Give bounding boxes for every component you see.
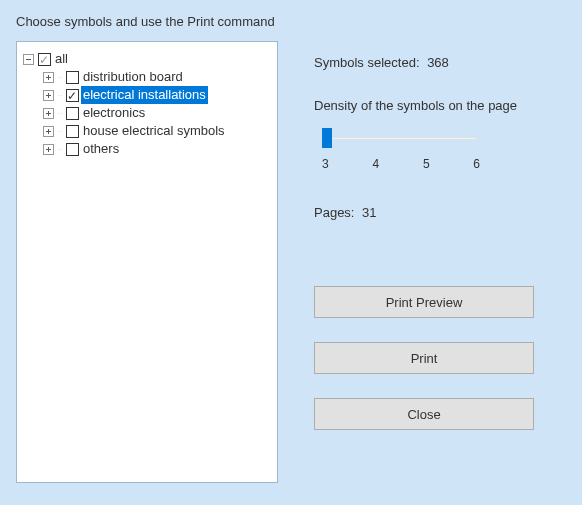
tree-connector: ··: [58, 68, 64, 86]
tree-node[interactable]: ·· distribution board: [43, 68, 271, 86]
close-button[interactable]: Close: [314, 398, 534, 430]
tick-label: 4: [372, 157, 379, 171]
tick-label: 6: [473, 157, 480, 171]
tree-connector: ··: [58, 86, 64, 104]
tree-connector: ··: [58, 122, 64, 140]
slider-ticks: 3 4 5 6: [322, 157, 480, 171]
tree-label[interactable]: distribution board: [81, 68, 185, 86]
symbols-selected: Symbols selected: 368: [314, 55, 566, 70]
checkbox[interactable]: [66, 107, 79, 120]
tree-node[interactable]: ·· house electrical symbols: [43, 122, 271, 140]
symbols-selected-label: Symbols selected:: [314, 55, 420, 70]
checkbox[interactable]: [66, 89, 79, 102]
expand-icon[interactable]: [23, 54, 34, 65]
symbols-selected-value: 368: [427, 55, 449, 70]
checkbox-all[interactable]: [38, 53, 51, 66]
expand-icon[interactable]: [43, 108, 54, 119]
tree-label[interactable]: all: [53, 50, 70, 68]
print-preview-button[interactable]: Print Preview: [314, 286, 534, 318]
slider-track: [326, 137, 476, 139]
tree-label[interactable]: others: [81, 140, 121, 158]
tree-connector: ··: [58, 104, 64, 122]
tree-label[interactable]: electronics: [81, 104, 147, 122]
expand-icon[interactable]: [43, 126, 54, 137]
density-label: Density of the symbols on the page: [314, 98, 566, 113]
tick-label: 5: [423, 157, 430, 171]
checkbox[interactable]: [66, 71, 79, 84]
pages-info: Pages: 31: [314, 205, 566, 220]
slider-thumb[interactable]: [322, 128, 332, 148]
instruction-text: Choose symbols and use the Print command: [16, 14, 566, 29]
expand-icon[interactable]: [43, 90, 54, 101]
pages-value: 31: [362, 205, 376, 220]
tree-node[interactable]: ·· electrical installations: [43, 86, 271, 104]
expand-icon[interactable]: [43, 72, 54, 83]
expand-icon[interactable]: [43, 144, 54, 155]
checkbox[interactable]: [66, 143, 79, 156]
print-button[interactable]: Print: [314, 342, 534, 374]
density-slider[interactable]: [322, 127, 480, 151]
tree-node[interactable]: ·· others: [43, 140, 271, 158]
tree-label[interactable]: electrical installations: [81, 86, 208, 104]
tick-label: 3: [322, 157, 329, 171]
checkbox[interactable]: [66, 125, 79, 138]
pages-label: Pages:: [314, 205, 354, 220]
tree-label[interactable]: house electrical symbols: [81, 122, 227, 140]
tree-connector: ··: [58, 140, 64, 158]
tree-node[interactable]: ·· electronics: [43, 104, 271, 122]
tree-node-all[interactable]: all: [23, 50, 271, 68]
symbol-tree: all ·· distribution board: [16, 41, 278, 483]
